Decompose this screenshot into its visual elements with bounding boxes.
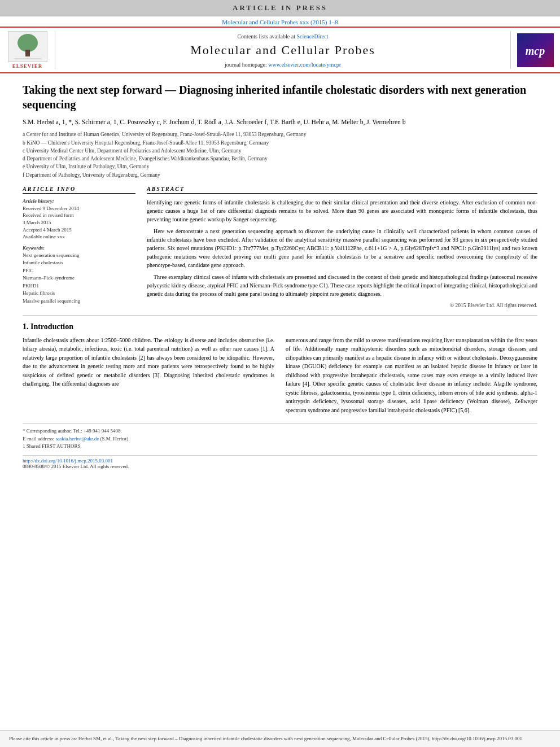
revised-date: 3 March 2015	[23, 219, 135, 226]
info-abstract-section: ARTICLE INFO Article history: Received 9…	[23, 186, 537, 308]
svg-rect-2	[25, 50, 30, 56]
intro-para-2: numerous and range from the mild to seve…	[286, 336, 537, 415]
article-title: Taking the next step forward — Diagnosin…	[23, 82, 537, 112]
journal-header: ELSEVIER Contents lists available at Sci…	[0, 27, 560, 73]
abstract-column: ABSTRACT Identifying rare genetic forms …	[147, 186, 537, 308]
abstract-text: Identifying rare genetic forms of infant…	[147, 198, 537, 298]
elsevier-label: ELSEVIER	[12, 63, 43, 69]
intro-col-right: numerous and range from the mild to seve…	[286, 336, 537, 418]
keyword-7: Massive parallel sequencing	[23, 298, 135, 305]
article-content: Taking the next step forward — Diagnosin…	[0, 73, 560, 478]
mcp-logo-image: mcp	[517, 33, 554, 67]
article-in-press-banner: ARTICLE IN PRESS	[0, 0, 560, 16]
keyword-2: Infantile cholestasis	[23, 259, 135, 267]
affil-3: c University Medical Center Ulm, Departm…	[23, 147, 537, 155]
intro-col-left: Infantile cholestasis affects about 1:25…	[23, 336, 274, 418]
intro-two-col: Infantile cholestasis affects about 1:25…	[23, 336, 537, 418]
keyword-3: PFIC	[23, 267, 135, 275]
email-label: E-mail address:	[23, 436, 55, 442]
intro-heading: 1. Introduction	[23, 322, 537, 331]
mcp-logo-area: mcp	[510, 31, 555, 69]
intro-para-1: Infantile cholestasis affects about 1:25…	[23, 336, 274, 388]
history-label: Article history:	[23, 198, 135, 204]
email-link[interactable]: saskia.herbst@ukr.de	[55, 436, 99, 442]
svg-point-1	[18, 34, 38, 52]
homepage-line: journal homepage: www.elsevier.com/locat…	[225, 60, 341, 69]
affil-1: a Center for and Institute of Human Gene…	[23, 130, 537, 138]
keyword-5: PKHD1	[23, 282, 135, 290]
keyword-6: Hepatic fibrosis	[23, 290, 135, 298]
affil-2: b KiNO — Children's University Hospital …	[23, 139, 537, 147]
revised-label: Received in revised form	[23, 212, 135, 219]
keywords-section: Keywords: Next generation sequencing Inf…	[23, 245, 135, 305]
section-number: 1.	[23, 322, 29, 331]
corresponding-footnote: * Corresponding author. Tel.: +49 941 94…	[23, 427, 537, 435]
elsevier-logo-area: ELSEVIER	[5, 31, 55, 69]
doi-url[interactable]: http://dx.doi.org/10.1016/j.mcp.2015.03.…	[23, 458, 537, 464]
available-line: Available online xxx	[23, 233, 135, 241]
accepted-line: Accepted 4 March 2015	[23, 226, 135, 234]
received-line: Received 9 December 2014	[23, 205, 135, 212]
abstract-para-2: Here we demonstrate a next generation se…	[147, 227, 537, 269]
section-title: Introduction	[30, 322, 73, 331]
journal-title: Molecular and Cellular Probes	[190, 43, 375, 58]
doi-bar: http://dx.doi.org/10.1016/j.mcp.2015.03.…	[23, 455, 537, 469]
section-divider	[23, 315, 537, 316]
sciencedirect-link[interactable]: ScienceDirect	[296, 33, 328, 40]
shared-authors-footnote: 1 Shared FIRST AUTHORS.	[23, 443, 537, 451]
keyword-4: Niemann–Pick-syndrome	[23, 274, 135, 282]
keyword-1: Next generation sequencing	[23, 252, 135, 260]
abstract-para-3: Three exemplary clinical cases of infant…	[147, 273, 537, 298]
journal-link-bar: Molecular and Cellular Probes xxx (2015)…	[0, 16, 560, 27]
abstract-heading: ABSTRACT	[147, 186, 537, 194]
keywords-label: Keywords:	[23, 245, 135, 251]
affiliations: a Center for and Institute of Human Gene…	[23, 130, 537, 179]
footnotes-section: * Corresponding author. Tel.: +49 941 94…	[23, 423, 537, 451]
email-suffix: (S.M. Herbst).	[99, 436, 129, 442]
citation-bar: Please cite this article in press as: He…	[0, 730, 560, 748]
homepage-link[interactable]: www.elsevier.com/locate/ymcpr	[268, 62, 341, 68]
copyright-line: © 2015 Elsevier Ltd. All rights reserved…	[147, 303, 537, 308]
elsevier-logo-image	[8, 31, 47, 62]
introduction-section: 1. Introduction Infantile cholestasis af…	[23, 322, 537, 418]
article-info-column: ARTICLE INFO Article history: Received 9…	[23, 186, 135, 308]
affil-6: f Department of Pathology, University of…	[23, 171, 537, 179]
doi-issn: 0890-8508/© 2015 Elsevier Ltd. All right…	[23, 464, 537, 469]
article-history-group: Article history: Received 9 December 201…	[23, 198, 135, 241]
abstract-para-1: Identifying rare genetic forms of infant…	[147, 198, 537, 224]
authors-line: S.M. Herbst a, 1, *, S. Schirmer a, 1, C…	[23, 117, 537, 127]
affil-5: e University of Ulm, Institute of Pathol…	[23, 163, 537, 171]
contents-line: Contents lists available at ScienceDirec…	[237, 32, 328, 41]
svg-text:mcp: mcp	[526, 45, 545, 58]
affil-4: d Department of Pediatrics and Adolescen…	[23, 155, 537, 163]
email-footnote: E-mail address: saskia.herbst@ukr.de (S.…	[23, 435, 537, 443]
article-info-heading: ARTICLE INFO	[23, 186, 135, 194]
journal-center-info: Contents lists available at ScienceDirec…	[60, 31, 506, 69]
